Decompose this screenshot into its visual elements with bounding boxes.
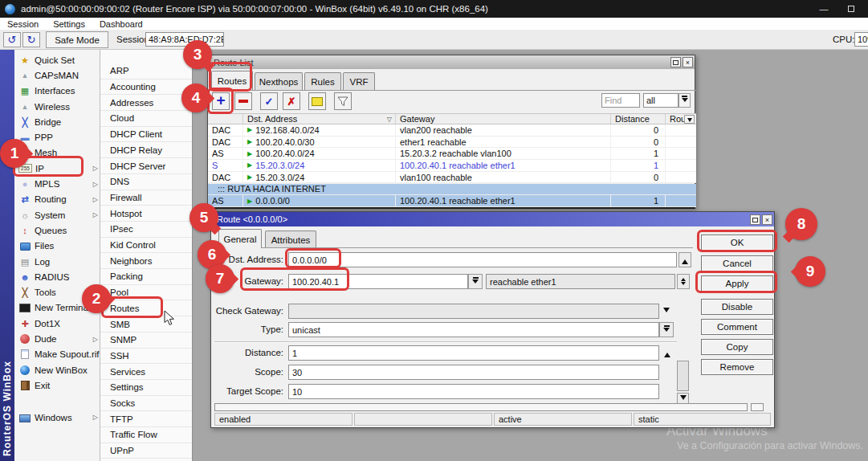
sidebar-item-routing[interactable]: Routing bbox=[14, 192, 100, 207]
submenu-item-smb[interactable]: SMB bbox=[100, 316, 192, 332]
disable-button[interactable]: Disable bbox=[701, 299, 773, 315]
disable-button[interactable] bbox=[283, 92, 300, 110]
route-dialog-titlebar[interactable]: Route <0.0.0.0/0> bbox=[211, 212, 774, 226]
undo-icon[interactable]: ↺ bbox=[3, 32, 21, 47]
dst-address-input[interactable]: 0.0.0.0/0 bbox=[288, 252, 677, 267]
comment-button[interactable]: Comment bbox=[701, 319, 773, 335]
minimize-icon[interactable]: — bbox=[810, 0, 837, 18]
sidebar-item-make-supout[interactable]: Make Supout.rif bbox=[14, 347, 100, 362]
submenu-item-tftp[interactable]: TFTP bbox=[100, 411, 192, 427]
submenu-item-snmp[interactable]: SNMP bbox=[100, 332, 192, 349]
tab-attributes[interactable]: Attributes bbox=[265, 230, 316, 248]
submenu-item-dns[interactable]: DNS bbox=[100, 174, 192, 190]
tab-nexthops[interactable]: Nexthops bbox=[255, 72, 303, 90]
submenu-item-upnp[interactable]: UPnP bbox=[100, 443, 192, 459]
chevron-down-icon[interactable] bbox=[659, 304, 674, 319]
remove-button[interactable]: Remove bbox=[701, 359, 773, 375]
maximize-icon[interactable] bbox=[837, 0, 865, 18]
chevron-up-icon[interactable] bbox=[661, 345, 674, 361]
filter-icon[interactable] bbox=[334, 92, 352, 110]
scroll-up-icon[interactable] bbox=[679, 252, 691, 267]
gateway-dropdown-icon[interactable] bbox=[468, 274, 483, 289]
close-icon[interactable]: × bbox=[683, 57, 693, 67]
submenu-item-accounting[interactable]: Accounting bbox=[100, 80, 192, 96]
sidebar-item-exit[interactable]: Exit bbox=[14, 377, 100, 393]
submenu-item-hotspot[interactable]: Hotspot bbox=[100, 206, 192, 222]
sidebar-item-files[interactable]: Files bbox=[14, 239, 100, 254]
type-select[interactable]: unicast bbox=[288, 322, 659, 337]
sidebar-item-windows[interactable]: Windows bbox=[14, 410, 100, 425]
submenu-item-cloud[interactable]: Cloud bbox=[100, 111, 192, 127]
submenu-item-dhcp-server[interactable]: DHCP Server bbox=[100, 158, 192, 174]
submenu-item-dhcp-relay[interactable]: DHCP Relay bbox=[100, 143, 192, 159]
maximize-icon[interactable] bbox=[670, 57, 681, 67]
sidebar-item-wireless[interactable]: Wireless bbox=[14, 99, 100, 114]
col-gateway[interactable]: Gateway bbox=[396, 114, 611, 124]
menu-dashboard[interactable]: Dashboard bbox=[92, 18, 150, 30]
submenu-item-packing[interactable]: Packing bbox=[100, 269, 192, 285]
col-dst-address[interactable]: Dst. Address▽ bbox=[243, 114, 396, 124]
gateway-spinner[interactable] bbox=[677, 274, 690, 289]
menu-session[interactable]: Session bbox=[0, 18, 46, 30]
sidebar-item-queues[interactable]: Queues bbox=[14, 222, 100, 238]
col-routing[interactable]: Routin bbox=[666, 114, 685, 124]
close-icon[interactable]: × bbox=[762, 214, 772, 225]
route-row[interactable]: AS ▶100.20.40.0/24 15.20.3.2 reachable v… bbox=[208, 148, 696, 160]
route-row[interactable]: DAC ▶192.168.40.0/24 vlan200 reachable 0 bbox=[208, 124, 696, 137]
sidebar-item-system[interactable]: System bbox=[14, 207, 100, 222]
safe-mode-button[interactable]: Safe Mode bbox=[46, 31, 108, 48]
route-list-titlebar[interactable]: Route List bbox=[208, 55, 695, 69]
tab-vrf[interactable]: VRF bbox=[343, 72, 375, 90]
copy-button[interactable]: Copy bbox=[701, 339, 773, 355]
submenu-item-addresses[interactable]: Addresses bbox=[100, 95, 192, 111]
sidebar-item-dude[interactable]: Dude bbox=[14, 331, 100, 346]
submenu-item-traffic-flow[interactable]: Traffic Flow bbox=[100, 427, 192, 443]
find-input[interactable]: Find bbox=[601, 93, 640, 108]
maximize-icon[interactable] bbox=[750, 214, 760, 225]
tab-rules[interactable]: Rules bbox=[304, 72, 341, 90]
submenu-item-services[interactable]: Services bbox=[100, 364, 192, 380]
sidebar-item-mpls[interactable]: MPLS bbox=[14, 176, 100, 191]
sidebar-item-interfaces[interactable]: Interfaces bbox=[14, 84, 100, 99]
route-row-inactive[interactable]: S ▶15.20.3.0/24 100.20.40.1 reachable et… bbox=[208, 160, 696, 172]
sidebar-item-quick-set[interactable]: Quick Set bbox=[14, 52, 100, 67]
submenu-item-ssh[interactable]: SSH bbox=[100, 349, 192, 365]
cancel-button[interactable]: Cancel bbox=[701, 255, 773, 271]
remove-route-button[interactable] bbox=[234, 92, 252, 110]
route-row[interactable]: DAC ▶100.20.40.0/30 ether1 reachable 0 bbox=[208, 137, 696, 149]
submenu-item-ipsec[interactable]: IPsec bbox=[100, 222, 192, 238]
sidebar-item-new-winbox[interactable]: New WinBox bbox=[14, 362, 100, 377]
submenu-item-arp[interactable]: ARP bbox=[100, 63, 192, 80]
sidebar-item-radius[interactable]: RADIUS bbox=[14, 269, 100, 284]
comment-icon[interactable] bbox=[308, 92, 326, 110]
scrollbar-thumb[interactable] bbox=[677, 361, 689, 391]
scope-input[interactable]: 30 bbox=[288, 365, 659, 380]
redo-icon[interactable]: ↻ bbox=[22, 32, 40, 47]
enable-button[interactable] bbox=[260, 92, 278, 110]
sidebar-item-log[interactable]: Log bbox=[14, 254, 100, 269]
submenu-item-settings[interactable]: Settings bbox=[100, 380, 192, 396]
sidebar-item-ppp[interactable]: PPP bbox=[14, 130, 100, 145]
submenu-item-firewall[interactable]: Firewall bbox=[100, 190, 192, 206]
submenu-item-neighbors[interactable]: Neighbors bbox=[100, 253, 192, 269]
sidebar-item-dot1x[interactable]: Dot1X bbox=[14, 316, 100, 331]
submenu-item-dhcp-client[interactable]: DHCP Client bbox=[100, 127, 192, 143]
submenu-item-socks[interactable]: Socks bbox=[100, 396, 192, 412]
menu-settings[interactable]: Settings bbox=[46, 18, 92, 30]
route-row[interactable]: DAC ▶15.20.3.0/24 vlan100 reachable 0 bbox=[208, 172, 696, 184]
route-row-selected[interactable]: AS ▶0.0.0.0/0 100.20.40.1 reachable ethe… bbox=[208, 195, 696, 207]
target-scope-input[interactable]: 10 bbox=[288, 384, 659, 399]
filter-select[interactable]: all bbox=[643, 93, 679, 108]
sidebar-item-capsman[interactable]: CAPsMAN bbox=[14, 67, 100, 83]
distance-input[interactable]: 1 bbox=[288, 345, 659, 361]
type-dropdown-icon[interactable] bbox=[659, 322, 674, 337]
column-picker-icon[interactable] bbox=[684, 115, 695, 124]
route-comment-row[interactable]: ::: RUTA HACIA INTERNET bbox=[208, 184, 696, 196]
col-distance[interactable]: Distance bbox=[611, 114, 666, 124]
tab-general[interactable]: General bbox=[218, 229, 262, 248]
session-field[interactable]: 48:A9:8A:ED:D7:2E bbox=[145, 32, 224, 47]
sidebar-item-bridge[interactable]: Bridge bbox=[14, 114, 100, 129]
check-gateway-select[interactable] bbox=[288, 304, 659, 319]
submenu-item-kid-control[interactable]: Kid Control bbox=[100, 238, 192, 254]
chevron-down-icon[interactable] bbox=[679, 93, 691, 108]
